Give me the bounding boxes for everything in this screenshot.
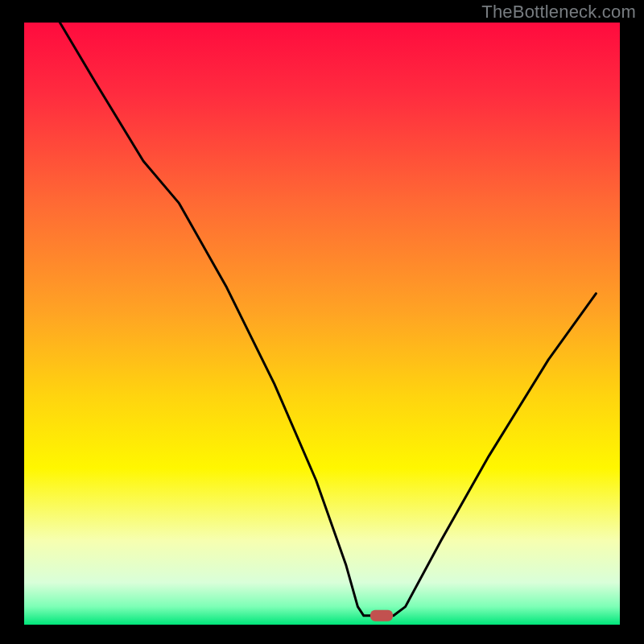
chart-frame: TheBottleneck.com	[0, 0, 644, 644]
optimal-marker	[370, 610, 393, 621]
chart-svg	[0, 0, 644, 644]
watermark-text: TheBottleneck.com	[481, 2, 636, 23]
